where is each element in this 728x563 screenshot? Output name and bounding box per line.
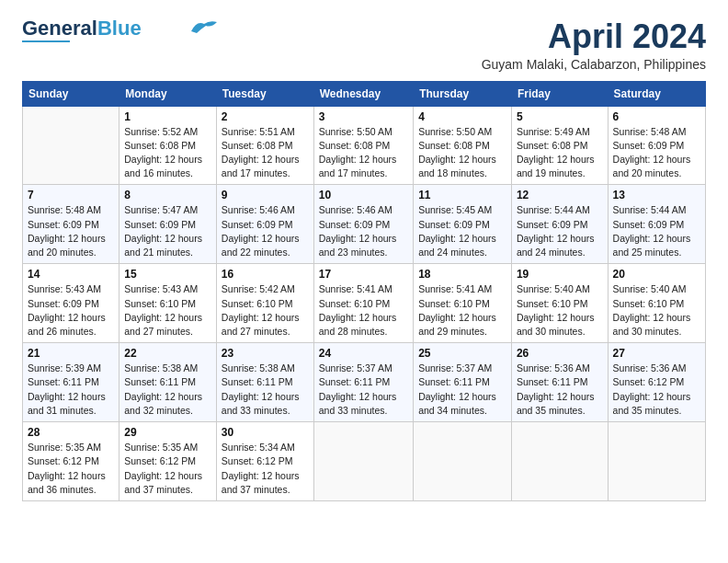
calendar-header-monday: Monday [119, 81, 217, 106]
day-info: Sunrise: 5:44 AM Sunset: 6:09 PM Dayligh… [517, 203, 603, 259]
day-info: Sunrise: 5:41 AM Sunset: 6:10 PM Dayligh… [418, 282, 506, 339]
calendar-cell: 20Sunrise: 5:40 AM Sunset: 6:10 PM Dayli… [608, 264, 705, 343]
day-number: 29 [124, 426, 211, 439]
day-number: 26 [517, 347, 603, 360]
day-number: 15 [124, 268, 211, 281]
day-info: Sunrise: 5:38 AM Sunset: 6:11 PM Dayligh… [222, 362, 309, 418]
day-info: Sunrise: 5:45 AM Sunset: 6:09 PM Dayligh… [418, 203, 506, 259]
day-info: Sunrise: 5:36 AM Sunset: 6:12 PM Dayligh… [613, 362, 700, 418]
calendar-cell: 29Sunrise: 5:35 AM Sunset: 6:12 PM Dayli… [119, 422, 217, 501]
calendar-cell: 1Sunrise: 5:52 AM Sunset: 6:08 PM Daylig… [119, 106, 217, 185]
day-info: Sunrise: 5:48 AM Sunset: 6:09 PM Dayligh… [28, 203, 114, 259]
calendar-header-sunday: Sunday [23, 81, 119, 106]
day-info: Sunrise: 5:36 AM Sunset: 6:11 PM Dayligh… [517, 362, 603, 418]
calendar-cell: 11Sunrise: 5:45 AM Sunset: 6:09 PM Dayli… [414, 185, 512, 264]
day-info: Sunrise: 5:43 AM Sunset: 6:10 PM Dayligh… [124, 282, 211, 339]
calendar-table: SundayMondayTuesdayWednesdayThursdayFrid… [22, 81, 706, 501]
day-info: Sunrise: 5:40 AM Sunset: 6:10 PM Dayligh… [517, 282, 603, 339]
day-number: 1 [124, 110, 211, 123]
title-block: April 2024 Guyam Malaki, Calabarzon, Phi… [482, 18, 706, 72]
calendar-cell [511, 422, 608, 501]
day-number: 3 [319, 110, 408, 123]
calendar-cell: 21Sunrise: 5:39 AM Sunset: 6:11 PM Dayli… [23, 343, 119, 422]
calendar-cell [608, 422, 705, 501]
day-info: Sunrise: 5:35 AM Sunset: 6:12 PM Dayligh… [124, 441, 211, 497]
day-info: Sunrise: 5:39 AM Sunset: 6:11 PM Dayligh… [28, 362, 114, 418]
day-number: 18 [418, 268, 506, 281]
calendar-cell: 4Sunrise: 5:50 AM Sunset: 6:08 PM Daylig… [414, 106, 512, 185]
calendar-cell: 5Sunrise: 5:49 AM Sunset: 6:08 PM Daylig… [511, 106, 608, 185]
calendar-cell: 22Sunrise: 5:38 AM Sunset: 6:11 PM Dayli… [119, 343, 217, 422]
day-info: Sunrise: 5:46 AM Sunset: 6:09 PM Dayligh… [222, 203, 309, 259]
calendar-header-thursday: Thursday [414, 81, 512, 106]
month-title: April 2024 [482, 18, 706, 55]
location: Guyam Malaki, Calabarzon, Philippines [482, 57, 706, 72]
day-info: Sunrise: 5:51 AM Sunset: 6:08 PM Dayligh… [222, 125, 309, 181]
calendar-cell: 2Sunrise: 5:51 AM Sunset: 6:08 PM Daylig… [216, 106, 313, 185]
calendar-week-3: 14Sunrise: 5:43 AM Sunset: 6:09 PM Dayli… [23, 264, 706, 343]
day-number: 5 [517, 110, 603, 123]
calendar-cell: 26Sunrise: 5:36 AM Sunset: 6:11 PM Dayli… [511, 343, 608, 422]
calendar-cell: 19Sunrise: 5:40 AM Sunset: 6:10 PM Dayli… [511, 264, 608, 343]
day-info: Sunrise: 5:38 AM Sunset: 6:11 PM Dayligh… [124, 362, 211, 418]
calendar-cell: 8Sunrise: 5:47 AM Sunset: 6:09 PM Daylig… [119, 185, 217, 264]
day-number: 25 [418, 347, 506, 360]
day-number: 14 [28, 268, 114, 281]
day-info: Sunrise: 5:48 AM Sunset: 6:09 PM Dayligh… [613, 125, 700, 181]
day-number: 17 [319, 268, 408, 281]
calendar-week-2: 7Sunrise: 5:48 AM Sunset: 6:09 PM Daylig… [23, 185, 706, 264]
day-number: 28 [28, 426, 114, 439]
calendar-cell [23, 106, 119, 185]
day-info: Sunrise: 5:41 AM Sunset: 6:10 PM Dayligh… [319, 282, 408, 339]
calendar-cell [414, 422, 512, 501]
calendar-header-tuesday: Tuesday [216, 81, 313, 106]
day-number: 4 [418, 110, 506, 123]
calendar-cell: 3Sunrise: 5:50 AM Sunset: 6:08 PM Daylig… [313, 106, 413, 185]
calendar-cell: 23Sunrise: 5:38 AM Sunset: 6:11 PM Dayli… [216, 343, 313, 422]
day-info: Sunrise: 5:37 AM Sunset: 6:11 PM Dayligh… [319, 362, 408, 418]
day-info: Sunrise: 5:50 AM Sunset: 6:08 PM Dayligh… [319, 125, 408, 181]
calendar-cell: 28Sunrise: 5:35 AM Sunset: 6:12 PM Dayli… [23, 422, 119, 501]
day-number: 12 [517, 189, 603, 201]
day-number: 30 [222, 426, 309, 439]
day-number: 24 [319, 347, 408, 360]
calendar-cell: 7Sunrise: 5:48 AM Sunset: 6:09 PM Daylig… [23, 185, 119, 264]
calendar-cell: 24Sunrise: 5:37 AM Sunset: 6:11 PM Dayli… [313, 343, 413, 422]
day-info: Sunrise: 5:49 AM Sunset: 6:08 PM Dayligh… [517, 125, 603, 181]
day-number: 23 [222, 347, 309, 360]
calendar-cell: 17Sunrise: 5:41 AM Sunset: 6:10 PM Dayli… [313, 264, 413, 343]
day-info: Sunrise: 5:40 AM Sunset: 6:10 PM Dayligh… [613, 282, 700, 339]
day-info: Sunrise: 5:44 AM Sunset: 6:09 PM Dayligh… [613, 203, 700, 259]
logo: GeneralBlue [22, 18, 217, 42]
calendar-body: 1Sunrise: 5:52 AM Sunset: 6:08 PM Daylig… [23, 106, 706, 500]
calendar-header-wednesday: Wednesday [313, 81, 413, 106]
calendar-cell: 13Sunrise: 5:44 AM Sunset: 6:09 PM Dayli… [608, 185, 705, 264]
calendar-cell [313, 422, 413, 501]
day-info: Sunrise: 5:35 AM Sunset: 6:12 PM Dayligh… [28, 441, 114, 497]
day-info: Sunrise: 5:34 AM Sunset: 6:12 PM Dayligh… [222, 441, 309, 497]
day-number: 16 [222, 268, 309, 281]
calendar-cell: 16Sunrise: 5:42 AM Sunset: 6:10 PM Dayli… [216, 264, 313, 343]
calendar-cell: 10Sunrise: 5:46 AM Sunset: 6:09 PM Dayli… [313, 185, 413, 264]
calendar-cell: 25Sunrise: 5:37 AM Sunset: 6:11 PM Dayli… [414, 343, 512, 422]
day-number: 6 [613, 110, 700, 123]
calendar-cell: 27Sunrise: 5:36 AM Sunset: 6:12 PM Dayli… [608, 343, 705, 422]
page-header: GeneralBlue April 2024 Guyam Malaki, Cal… [22, 18, 706, 72]
calendar-header-row: SundayMondayTuesdayWednesdayThursdayFrid… [23, 81, 706, 106]
calendar-week-4: 21Sunrise: 5:39 AM Sunset: 6:11 PM Dayli… [23, 343, 706, 422]
calendar-cell: 12Sunrise: 5:44 AM Sunset: 6:09 PM Dayli… [511, 185, 608, 264]
day-info: Sunrise: 5:37 AM Sunset: 6:11 PM Dayligh… [418, 362, 506, 418]
logo-text: GeneralBlue [22, 18, 142, 39]
day-number: 11 [418, 189, 506, 201]
calendar-cell: 14Sunrise: 5:43 AM Sunset: 6:09 PM Dayli… [23, 264, 119, 343]
day-number: 21 [28, 347, 114, 360]
day-info: Sunrise: 5:42 AM Sunset: 6:10 PM Dayligh… [222, 282, 309, 339]
day-number: 9 [222, 189, 309, 201]
day-number: 2 [222, 110, 309, 123]
day-info: Sunrise: 5:47 AM Sunset: 6:09 PM Dayligh… [124, 203, 211, 259]
calendar-week-5: 28Sunrise: 5:35 AM Sunset: 6:12 PM Dayli… [23, 422, 706, 501]
calendar-cell: 15Sunrise: 5:43 AM Sunset: 6:10 PM Dayli… [119, 264, 217, 343]
day-info: Sunrise: 5:46 AM Sunset: 6:09 PM Dayligh… [319, 203, 408, 259]
day-number: 8 [124, 189, 211, 201]
day-info: Sunrise: 5:52 AM Sunset: 6:08 PM Dayligh… [124, 125, 211, 181]
